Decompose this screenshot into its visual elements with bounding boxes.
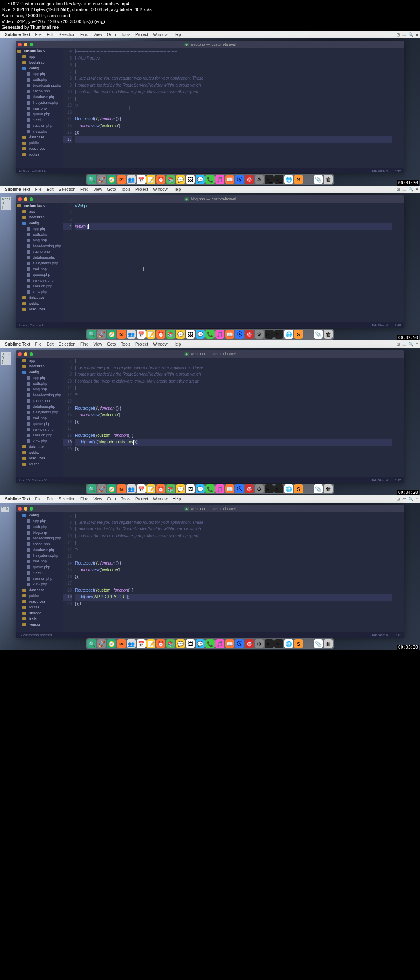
sidebar-file-cache.php[interactable]: cache.php <box>16 249 63 255</box>
dock-app-icon[interactable]: ⚙ <box>255 639 264 648</box>
dock-app-icon[interactable]: 🔍 <box>87 639 96 648</box>
dock-app-icon[interactable]: 🔍 <box>87 175 96 184</box>
code-line[interactable]: return view('welcome'); <box>75 412 392 419</box>
minimize-button[interactable] <box>24 197 27 201</box>
dock-app-icon[interactable]: ⚙ <box>255 330 264 339</box>
code-line[interactable] <box>75 425 392 432</box>
sidebar-file-mail.php[interactable]: mail.php <box>16 266 63 272</box>
menu-help[interactable]: Help <box>173 497 181 501</box>
dock-app-icon[interactable]: 🎵 <box>215 330 224 339</box>
menu-find[interactable]: Find <box>80 32 88 37</box>
sidebar-folder-database[interactable]: database <box>16 444 63 450</box>
dock-app-icon[interactable]: 🎯 <box>245 175 254 184</box>
status-tab-size[interactable]: Tab Size: 4 <box>372 478 388 482</box>
sidebar-file-broadcasting.php[interactable]: broadcasting.php <box>16 392 63 398</box>
search-icon[interactable]: 🔍 <box>409 187 413 192</box>
sidebar-file-services.php[interactable]: services.php <box>16 427 63 432</box>
menu-view[interactable]: View <box>93 342 102 347</box>
sidebar-folder-public[interactable]: public <box>16 450 63 455</box>
menu-help[interactable]: Help <box>173 32 181 37</box>
dock-app-icon[interactable]: 👥 <box>127 639 136 648</box>
sidebar-file-database.php[interactable]: database.php <box>16 547 63 553</box>
code-line[interactable]: | routes are loaded by the RouteServiceP… <box>75 82 392 89</box>
dock-app-icon[interactable]: 🗑 <box>324 175 333 184</box>
dock-app-icon[interactable]: 👥 <box>127 330 136 339</box>
dock-app-icon[interactable]: >_ <box>265 330 274 339</box>
search-icon[interactable]: 🔍 <box>409 497 413 501</box>
code-line[interactable]: | <box>75 512 392 519</box>
sidebar-file-auth.php[interactable]: auth.php <box>16 232 63 237</box>
dock-app-icon[interactable]: >_ <box>274 330 283 339</box>
menu-window[interactable]: Window <box>153 187 168 192</box>
code-line[interactable]: | <box>75 539 392 546</box>
sidebar-file-broadcasting.php[interactable]: broadcasting.php <box>16 535 63 541</box>
minimize-button[interactable] <box>24 507 27 511</box>
sidebar-file-session.php[interactable]: session.php <box>16 283 63 289</box>
code-line[interactable]: }); <box>75 446 392 453</box>
code-line[interactable]: | contains the "web" middleware group. N… <box>75 89 392 96</box>
dock-app-icon[interactable]: 📚 <box>166 484 175 493</box>
dock-app-icon[interactable]: Ⓐ <box>235 639 244 648</box>
dock-app-icon[interactable]: 📝 <box>146 175 155 184</box>
menu-icon[interactable]: ≡ <box>416 497 418 501</box>
dock-app-icon[interactable]: ⏰ <box>156 639 165 648</box>
menu-file[interactable]: File <box>35 342 42 347</box>
sidebar-folder-resources[interactable]: resources <box>16 306 63 312</box>
sidebar-file-blog.php[interactable]: blog.php <box>16 386 63 392</box>
sidebar-file-filesystems.php[interactable]: filesystems.php <box>16 553 63 558</box>
menu-selection[interactable]: Selection <box>59 342 75 347</box>
dock-app-icon[interactable]: 👥 <box>127 484 136 493</box>
dock-app-icon[interactable]: 🖼 <box>186 639 195 648</box>
menu-view[interactable]: View <box>93 32 102 37</box>
dock-app-icon[interactable]: 🌐 <box>284 175 293 184</box>
menu-window[interactable]: Window <box>153 32 168 37</box>
sidebar-file-view.php[interactable]: view.php <box>16 438 63 444</box>
sidebar-folder-database[interactable]: database <box>16 134 63 140</box>
dock-app-icon[interactable]: S <box>294 175 303 184</box>
code-line[interactable]: */ <box>75 546 392 553</box>
code-line[interactable] <box>75 136 392 143</box>
sidebar-file-mail.php[interactable]: mail.php <box>16 415 63 421</box>
dock-app-icon[interactable]: 🖼 <box>186 175 195 184</box>
dock-app-icon[interactable]: 💬 <box>196 330 205 339</box>
window-titlebar[interactable]: ◆ blog.php — custom-laravel <box>16 195 404 203</box>
menu-find[interactable]: Find <box>80 342 88 347</box>
code-line[interactable]: return view('welcome'); <box>75 567 392 574</box>
dock-app-icon[interactable]: 📎 <box>314 330 323 339</box>
menu-icon[interactable]: ≡ <box>416 32 418 37</box>
code-line[interactable]: | routes are loaded by the RouteServiceP… <box>75 526 392 533</box>
code-area[interactable]: 4567891011121314151617|-----------------… <box>63 48 404 168</box>
code-line[interactable]: | <box>75 69 392 76</box>
dock-app-icon[interactable]: ⚙ <box>255 175 264 184</box>
sidebar-file-queue.php[interactable]: queue.php <box>16 421 63 427</box>
dock-app-icon[interactable]: 📞 <box>205 639 215 648</box>
sidebar-file-cache.php[interactable]: cache.php <box>16 398 63 404</box>
menu-tools[interactable]: Tools <box>121 187 130 192</box>
code-line[interactable]: | contains the "web" middleware group. N… <box>75 533 392 540</box>
sidebar-file-app.php[interactable]: app.php <box>16 518 63 524</box>
code-content[interactable]: || Here is where you can register web ro… <box>75 358 392 477</box>
code-line[interactable]: }); <box>75 419 392 426</box>
sidebar-root-custom-laravel[interactable]: custom-laravel <box>16 203 63 209</box>
minimap[interactable] <box>392 48 404 168</box>
maximize-button[interactable] <box>30 197 33 201</box>
dock-app-icon[interactable]: >_ <box>274 639 283 648</box>
dock-app-icon[interactable]: 💬 <box>176 330 185 339</box>
dock-app-icon[interactable]: 🗑 <box>324 330 333 339</box>
code-line[interactable]: | Here is where you can register web rou… <box>75 365 392 372</box>
code-content[interactable]: || Here is where you can register web ro… <box>75 512 392 632</box>
dock-app-icon[interactable]: Ⓐ <box>235 175 244 184</box>
sidebar-file-broadcasting.php[interactable]: broadcasting.php <box>16 243 63 249</box>
code-line[interactable]: | routes are loaded by the RouteServiceP… <box>75 371 392 378</box>
sidebar-file-queue.php[interactable]: queue.php <box>16 111 63 117</box>
sidebar-file-blog.php[interactable]: blog.php <box>16 237 63 243</box>
menu-help[interactable]: Help <box>173 342 181 347</box>
dock-app-icon[interactable]: 🚀 <box>97 639 106 648</box>
minimap[interactable] <box>392 512 404 632</box>
dock-app-icon[interactable]: 🌐 <box>284 484 293 493</box>
display-icon[interactable]: ▭ <box>402 342 406 347</box>
dock-app-icon[interactable]: 🧭 <box>107 639 116 648</box>
app-name[interactable]: Sublime Text <box>5 497 30 501</box>
sidebar-folder-storage[interactable]: storage <box>16 610 63 616</box>
menu-tools[interactable]: Tools <box>121 342 130 347</box>
